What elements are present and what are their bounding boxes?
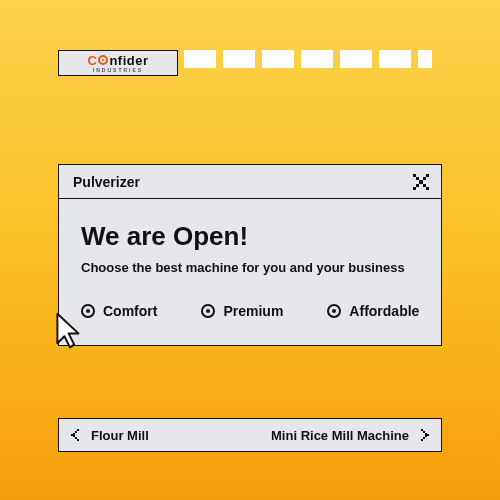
pager-prev-label: Flour Mill — [91, 428, 149, 443]
chevron-right-icon — [417, 428, 431, 442]
close-icon[interactable] — [411, 172, 431, 192]
pager-prev[interactable]: Flour Mill — [69, 428, 149, 443]
option-comfort[interactable]: Comfort — [81, 303, 157, 319]
pager-next-label: Mini Rice Mill Machine — [271, 428, 409, 443]
radio-icon — [81, 304, 95, 318]
svg-rect-6 — [423, 184, 426, 187]
svg-rect-13 — [73, 435, 75, 437]
svg-rect-22 — [421, 439, 423, 441]
svg-rect-2 — [416, 177, 419, 180]
heading: We are Open! — [81, 221, 419, 252]
chevron-left-icon — [69, 428, 83, 442]
option-label: Premium — [223, 303, 283, 319]
svg-rect-5 — [416, 184, 419, 187]
option-premium[interactable]: Premium — [201, 303, 283, 319]
radio-icon — [327, 304, 341, 318]
svg-rect-8 — [426, 187, 429, 190]
svg-rect-21 — [423, 437, 425, 439]
svg-rect-9 — [77, 429, 79, 431]
svg-rect-20 — [425, 435, 427, 437]
svg-rect-11 — [73, 433, 75, 435]
logo-subtext: INDUSTRIES — [93, 68, 143, 73]
option-label: Comfort — [103, 303, 157, 319]
svg-rect-7 — [413, 187, 416, 190]
loader-ticks — [184, 50, 432, 76]
svg-rect-10 — [75, 431, 77, 433]
pager-bar: Flour Mill Mini Rice Mill Machine — [58, 418, 442, 452]
radio-icon — [201, 304, 215, 318]
window-body: We are Open! Choose the best machine for… — [59, 199, 441, 345]
svg-rect-3 — [423, 177, 426, 180]
subheading: Choose the best machine for you and your… — [81, 260, 419, 275]
svg-rect-19 — [427, 434, 429, 436]
svg-rect-15 — [77, 439, 79, 441]
logo-suffix: nfider — [109, 54, 148, 67]
titlebar: Pulverizer — [59, 165, 441, 199]
svg-rect-14 — [75, 437, 77, 439]
svg-rect-16 — [421, 429, 423, 431]
svg-rect-0 — [413, 174, 416, 177]
svg-rect-4 — [419, 180, 423, 184]
top-bar: C nfider INDUSTRIES — [58, 50, 442, 76]
target-icon — [98, 55, 108, 65]
svg-rect-17 — [423, 431, 425, 433]
pager-next[interactable]: Mini Rice Mill Machine — [271, 428, 431, 443]
brand-logo: C nfider INDUSTRIES — [58, 50, 178, 76]
svg-rect-1 — [426, 174, 429, 177]
option-affordable[interactable]: Affordable — [327, 303, 419, 319]
dialog-window: Pulverizer We are Open! Choose the best … — [58, 164, 442, 346]
svg-rect-12 — [71, 434, 73, 436]
window-title: Pulverizer — [73, 174, 140, 190]
option-label: Affordable — [349, 303, 419, 319]
option-row: Comfort Premium Affordable — [81, 303, 419, 319]
logo-prefix: C — [87, 54, 97, 67]
svg-rect-18 — [425, 433, 427, 435]
